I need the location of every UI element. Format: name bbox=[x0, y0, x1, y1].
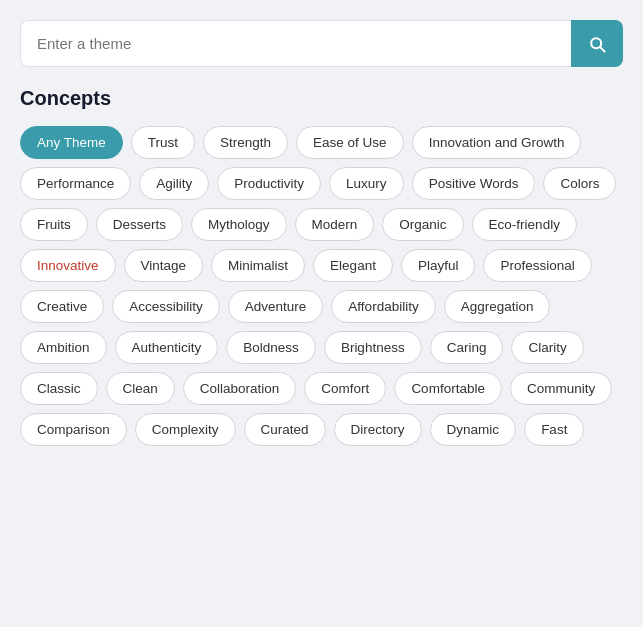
concepts-title: Concepts bbox=[20, 87, 623, 110]
tag-item[interactable]: Classic bbox=[20, 372, 98, 405]
tag-item[interactable]: Trust bbox=[131, 126, 195, 159]
tag-item[interactable]: Complexity bbox=[135, 413, 236, 446]
search-input[interactable] bbox=[20, 20, 571, 67]
tag-item[interactable]: Mythology bbox=[191, 208, 287, 241]
tag-item[interactable]: Affordability bbox=[331, 290, 435, 323]
tag-item[interactable]: Positive Words bbox=[412, 167, 536, 200]
tag-item[interactable]: Clean bbox=[106, 372, 175, 405]
tag-item[interactable]: Dynamic bbox=[430, 413, 517, 446]
tags-container: Any ThemeTrustStrengthEase of UseInnovat… bbox=[20, 126, 623, 446]
tag-item[interactable]: Eco-friendly bbox=[472, 208, 577, 241]
tag-item[interactable]: Strength bbox=[203, 126, 288, 159]
tag-item[interactable]: Vintage bbox=[124, 249, 204, 282]
concepts-section: Concepts Any ThemeTrustStrengthEase of U… bbox=[20, 87, 623, 446]
tag-item[interactable]: Clarity bbox=[511, 331, 583, 364]
tag-item[interactable]: Professional bbox=[483, 249, 591, 282]
tag-item[interactable]: Any Theme bbox=[20, 126, 123, 159]
search-button[interactable] bbox=[571, 20, 623, 67]
tag-item[interactable]: Modern bbox=[295, 208, 375, 241]
tag-item[interactable]: Productivity bbox=[217, 167, 321, 200]
tag-item[interactable]: Ambition bbox=[20, 331, 107, 364]
tag-item[interactable]: Minimalist bbox=[211, 249, 305, 282]
tag-item[interactable]: Luxury bbox=[329, 167, 404, 200]
tag-item[interactable]: Creative bbox=[20, 290, 104, 323]
tag-item[interactable]: Directory bbox=[334, 413, 422, 446]
tag-item[interactable]: Innovation and Growth bbox=[412, 126, 582, 159]
tag-item[interactable]: Comfortable bbox=[394, 372, 502, 405]
tag-item[interactable]: Colors bbox=[543, 167, 616, 200]
tag-item[interactable]: Innovative bbox=[20, 249, 116, 282]
tag-item[interactable]: Community bbox=[510, 372, 612, 405]
tag-item[interactable]: Boldness bbox=[226, 331, 316, 364]
tag-item[interactable]: Playful bbox=[401, 249, 476, 282]
tag-item[interactable]: Comfort bbox=[304, 372, 386, 405]
tag-item[interactable]: Accessibility bbox=[112, 290, 220, 323]
tag-item[interactable]: Authenticity bbox=[115, 331, 219, 364]
tag-item[interactable]: Fast bbox=[524, 413, 584, 446]
tag-item[interactable]: Agility bbox=[139, 167, 209, 200]
tag-item[interactable]: Collaboration bbox=[183, 372, 297, 405]
tag-item[interactable]: Brightness bbox=[324, 331, 422, 364]
tag-item[interactable]: Fruits bbox=[20, 208, 88, 241]
tag-item[interactable]: Ease of Use bbox=[296, 126, 404, 159]
tag-item[interactable]: Performance bbox=[20, 167, 131, 200]
tag-item[interactable]: Elegant bbox=[313, 249, 393, 282]
tag-item[interactable]: Caring bbox=[430, 331, 504, 364]
tag-item[interactable]: Comparison bbox=[20, 413, 127, 446]
search-icon bbox=[587, 34, 607, 54]
tag-item[interactable]: Desserts bbox=[96, 208, 183, 241]
tag-item[interactable]: Adventure bbox=[228, 290, 324, 323]
tag-item[interactable]: Aggregation bbox=[444, 290, 551, 323]
tag-item[interactable]: Curated bbox=[244, 413, 326, 446]
tag-item[interactable]: Organic bbox=[382, 208, 463, 241]
search-row bbox=[20, 20, 623, 67]
